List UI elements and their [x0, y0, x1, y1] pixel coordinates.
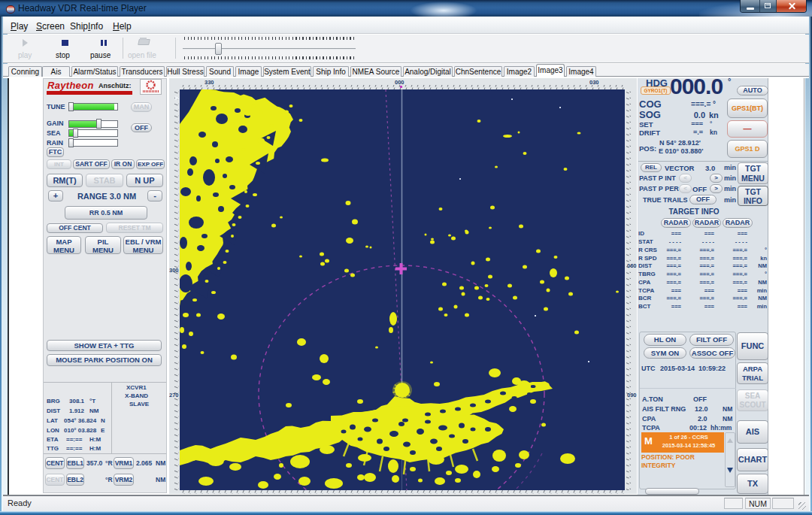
svg-text:000: 000 [395, 79, 404, 86]
svg-text:300: 300 [169, 267, 179, 274]
svg-text:090: 090 [627, 392, 637, 398]
svg-text:060: 060 [627, 262, 637, 269]
svg-text:270: 270 [169, 392, 179, 398]
svg-text:030: 030 [589, 79, 599, 86]
svg-text:330: 330 [205, 79, 214, 86]
